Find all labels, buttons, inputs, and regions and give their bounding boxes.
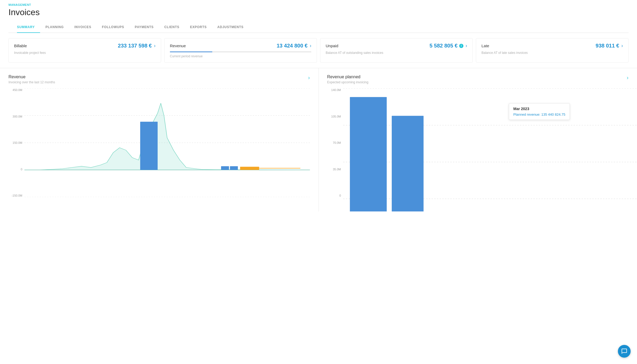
card-arrow-revenue[interactable]: ›	[310, 43, 311, 49]
card-billable: Billable 233 137 598 € › Invoicable proj…	[8, 38, 161, 63]
card-progress-revenue	[170, 51, 311, 52]
card-unpaid: Unpaid 5 582 805 € i › Balance AT of out…	[320, 38, 473, 63]
tab-payments[interactable]: PAYMENTS	[130, 21, 159, 33]
card-arrow-late[interactable]: ›	[621, 43, 623, 49]
tab-exports[interactable]: EXPORTS	[185, 21, 212, 33]
tab-invoices[interactable]: INVOICES	[69, 21, 97, 33]
tooltip-date: Mar 2023	[513, 107, 565, 111]
revenue-chart-arrow[interactable]: ›	[308, 75, 310, 81]
page-title: Invoices	[8, 7, 629, 17]
revenue-chart-container: 450.0M 300.0M 150.0M 0 -150.0M	[8, 88, 310, 205]
planned-chart-arrow[interactable]: ›	[627, 75, 629, 81]
card-value-late: 938 011 €	[596, 43, 619, 49]
tab-clients[interactable]: CLIENTS	[159, 21, 185, 33]
svg-rect-8	[230, 166, 238, 170]
planned-y-axis: 140.0M 105.0M 70.0M 35.0M 0	[327, 88, 343, 197]
planned-chart-svg	[343, 88, 637, 211]
tab-adjustments[interactable]: ADJUSTMENTS	[212, 21, 249, 33]
revenue-chart-svg	[24, 88, 310, 197]
card-title-unpaid: Unpaid	[326, 44, 338, 48]
card-title-billable: Billable	[14, 44, 27, 48]
breadcrumb: MANAGEMENT	[8, 3, 629, 6]
card-value-unpaid: 5 582 805 €	[429, 43, 458, 49]
revenue-chart-panel: Revenue Invoicing over the last 12 month…	[0, 68, 319, 211]
tab-summary[interactable]: SUMMARY	[17, 21, 40, 33]
card-arrow-billable[interactable]: ›	[154, 43, 156, 49]
planned-chart-panel: Revenue planned Expected upcoming invoic…	[319, 68, 637, 211]
chart-tooltip: Mar 2023 Planned revenue: 135 440 824.75	[509, 103, 570, 120]
tab-planning[interactable]: PLANNING	[40, 21, 69, 33]
planned-chart-subtitle: Expected upcoming invoicing	[327, 80, 629, 84]
planned-chart-container: 140.0M 105.0M 70.0M 35.0M 0	[327, 88, 629, 205]
info-icon[interactable]: i	[459, 44, 463, 48]
card-late: Late 938 011 € › Balance AT of late sale…	[476, 38, 629, 63]
svg-rect-7	[221, 166, 229, 170]
card-subtitle-unpaid: Balance AT of outstanding sales invoices	[326, 51, 467, 55]
tab-followups[interactable]: FOLLOWUPS	[97, 21, 130, 33]
card-title-late: Late	[481, 44, 489, 48]
tabs-nav: SUMMARYPLANNINGINVOICESFOLLOWUPSPAYMENTS…	[8, 21, 629, 33]
planned-chart-title: Revenue planned	[327, 75, 629, 79]
svg-rect-17	[391, 116, 423, 211]
card-value-revenue: 13 424 800 €	[277, 43, 308, 49]
tooltip-value: Planned revenue: 135 440 824.75	[513, 112, 565, 116]
card-subtitle-revenue: Current period revenue	[170, 54, 311, 58]
revenue-chart-title: Revenue	[8, 75, 310, 79]
card-subtitle-late: Balance AT of late sales invoices	[481, 51, 623, 55]
card-revenue: Revenue 13 424 800 € › Current period re…	[164, 38, 317, 63]
planned-chart-area: Mar 2023 Planned revenue: 135 440 824.75	[343, 88, 637, 211]
revenue-y-axis: 450.0M 300.0M 150.0M 0 -150.0M	[8, 88, 24, 197]
svg-rect-9	[240, 167, 259, 170]
svg-rect-16	[350, 97, 387, 211]
revenue-chart-area	[24, 88, 310, 197]
card-subtitle-billable: Invoicable project fees	[14, 51, 156, 55]
card-value-billable: 233 137 598 €	[118, 43, 152, 49]
charts-section: Revenue Invoicing over the last 12 month…	[0, 68, 637, 211]
summary-cards: Billable 233 137 598 € › Invoicable proj…	[0, 33, 637, 68]
revenue-chart-subtitle: Invoicing over the last 12 months	[8, 80, 310, 84]
card-arrow-unpaid[interactable]: ›	[466, 43, 467, 49]
card-title-revenue: Revenue	[170, 44, 186, 48]
svg-rect-6	[140, 122, 158, 170]
